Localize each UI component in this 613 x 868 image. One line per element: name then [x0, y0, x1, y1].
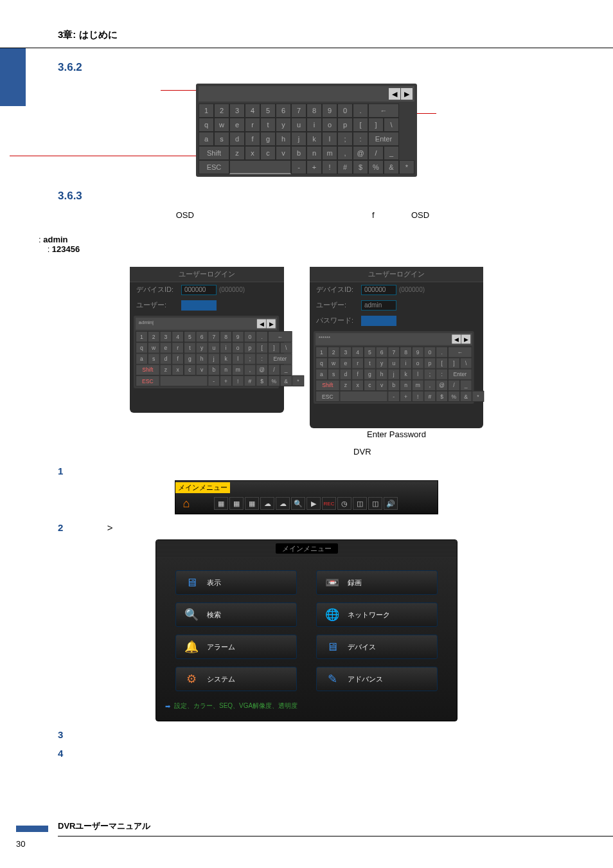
esc-key[interactable]: ESC [199, 160, 229, 174]
menu-item-search[interactable]: 🔍 検索 [175, 602, 297, 627]
key[interactable]: o [322, 118, 337, 132]
key[interactable]: ] [368, 118, 384, 132]
key[interactable]: n [306, 146, 322, 160]
key[interactable]: l [322, 132, 337, 146]
kbd-next-icon[interactable]: ▶ [461, 334, 470, 343]
login-dialog-title: ユーザーログイン [310, 267, 483, 282]
keyboard-row-2: q w e r t y u i o p [ ] \ [199, 118, 414, 132]
key[interactable]: \ [384, 118, 399, 132]
key[interactable]: 2 [214, 104, 229, 118]
kbd-next-icon[interactable]: ▶ [401, 88, 413, 100]
cred-user-value: admin [43, 235, 67, 244]
key[interactable]: & [384, 160, 399, 174]
key[interactable]: _ [384, 146, 399, 160]
key[interactable]: s [214, 132, 229, 146]
user-field[interactable]: admin [361, 300, 396, 311]
device-id-field[interactable]: 000000 [181, 285, 217, 295]
key[interactable]: + [306, 160, 322, 174]
home-icon[interactable]: ⌂ [178, 496, 195, 511]
key[interactable]: j [291, 132, 306, 146]
key[interactable]: w [214, 118, 229, 132]
key[interactable]: 8 [306, 104, 322, 118]
kbd-prev-icon[interactable]: ◀ [257, 319, 266, 328]
key[interactable]: / [368, 146, 384, 160]
space-key[interactable] [229, 160, 291, 174]
kbd-mini-input[interactable]: admin| [137, 319, 256, 328]
grid9-icon[interactable]: ▦ [229, 497, 244, 510]
key[interactable]: p [337, 118, 353, 132]
kbd-next-icon[interactable]: ▶ [267, 319, 276, 328]
kbd-prev-icon[interactable]: ◀ [452, 334, 461, 343]
key[interactable]: - [291, 160, 306, 174]
key[interactable]: r [245, 118, 260, 132]
pip1-icon[interactable]: ◫ [353, 497, 367, 510]
key[interactable]: g [260, 132, 276, 146]
play-icon[interactable]: ▶ [306, 497, 321, 510]
key[interactable]: m [322, 146, 337, 160]
cloud2-icon[interactable]: ☁ [276, 497, 290, 510]
key[interactable]: 4 [245, 104, 260, 118]
menu-item-alarm[interactable]: 🔔 アラーム [175, 635, 297, 659]
key[interactable]: ; [337, 132, 353, 146]
key[interactable]: , [337, 146, 353, 160]
keyboard-input-field[interactable] [200, 88, 388, 100]
key[interactable]: 5 [260, 104, 276, 118]
shift-key[interactable]: Shift [199, 146, 229, 160]
password-field[interactable] [361, 316, 396, 326]
rec-icon[interactable]: REC [322, 497, 336, 510]
sound-icon[interactable]: 🔊 [384, 497, 398, 510]
key[interactable]: a [199, 132, 214, 146]
key[interactable]: % [368, 160, 384, 174]
menu-item-advance[interactable]: ✎ アドバンス [316, 667, 438, 691]
key[interactable]: k [306, 132, 322, 146]
key[interactable]: q [199, 118, 214, 132]
backspace-key[interactable]: ← [368, 104, 399, 118]
menu-item-record[interactable]: 📼 録画 [316, 570, 438, 595]
key[interactable]: t [260, 118, 276, 132]
key[interactable]: [ [353, 118, 368, 132]
key[interactable]: f [245, 132, 260, 146]
key[interactable]: v [276, 146, 291, 160]
key[interactable]: $ [353, 160, 368, 174]
key[interactable]: c [260, 146, 276, 160]
key[interactable]: 9 [322, 104, 337, 118]
key[interactable]: @ [353, 146, 368, 160]
key[interactable]: # [337, 160, 353, 174]
key[interactable]: * [399, 160, 414, 174]
key[interactable]: u [291, 118, 306, 132]
key[interactable]: x [245, 146, 260, 160]
grid16-icon[interactable]: ▦ [245, 497, 259, 510]
key[interactable]: 0 [337, 104, 353, 118]
menu-item-network[interactable]: 🌐 ネットワーク [316, 602, 438, 627]
enter-key[interactable]: Enter [368, 132, 399, 146]
key[interactable]: z [229, 146, 245, 160]
key[interactable]: b [291, 146, 306, 160]
menu-label: デバイス [348, 642, 376, 652]
kbd-mini-input[interactable]: ****** [317, 334, 451, 343]
zoom-icon[interactable]: 🔍 [291, 497, 305, 510]
grid4-icon[interactable]: ▦ [214, 497, 228, 510]
key[interactable]: 3 [229, 104, 245, 118]
menu-item-system[interactable]: ⚙ システム [175, 667, 297, 691]
key[interactable]: e [229, 118, 245, 132]
kbd-prev-icon[interactable]: ◀ [389, 88, 400, 100]
key[interactable]: h [276, 132, 291, 146]
footer-accent [16, 826, 48, 832]
menu-item-display[interactable]: 🖥 表示 [175, 570, 297, 595]
pip2-icon[interactable]: ◫ [368, 497, 382, 510]
key[interactable]: : [353, 132, 368, 146]
device-id-field[interactable]: 000000 [361, 285, 396, 295]
key[interactable]: . [353, 104, 368, 118]
menu-item-device[interactable]: 🖥 デバイス [316, 635, 438, 659]
key[interactable]: 7 [291, 104, 306, 118]
key[interactable]: i [306, 118, 322, 132]
user-field[interactable] [181, 300, 217, 311]
timer-icon[interactable]: ◷ [337, 497, 351, 510]
key[interactable]: d [229, 132, 245, 146]
cloud1-icon[interactable]: ☁ [260, 497, 274, 510]
key[interactable]: ! [322, 160, 337, 174]
osd-text-1: OSD [176, 210, 194, 220]
key[interactable]: 6 [276, 104, 291, 118]
key[interactable]: 1 [199, 104, 214, 118]
key[interactable]: y [276, 118, 291, 132]
